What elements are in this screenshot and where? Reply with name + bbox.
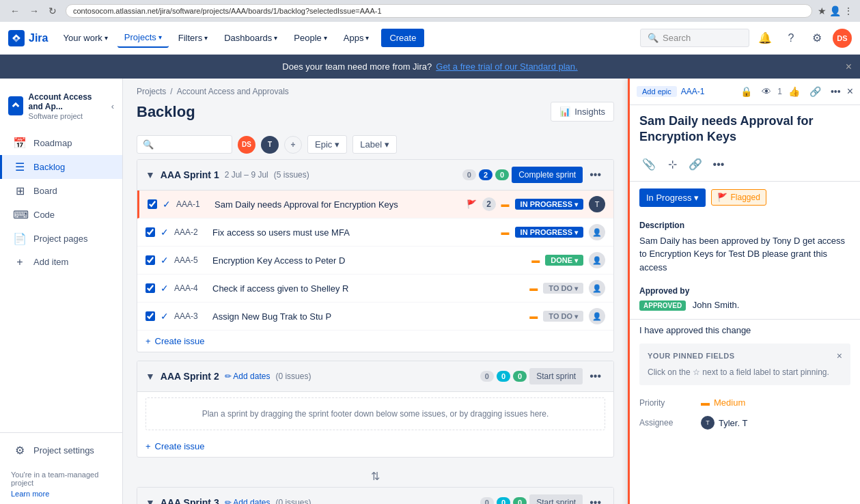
issue-checkbox-aaa-4[interactable] — [145, 283, 155, 293]
settings-button[interactable]: ⚙ — [807, 28, 827, 48]
breadcrumb-projects[interactable]: Projects — [137, 87, 166, 96]
panel-child-issue-button[interactable]: ⊹ — [663, 155, 682, 174]
refresh-button[interactable]: ↻ — [45, 4, 60, 18]
sprint-2-more-button[interactable]: ••• — [585, 369, 605, 384]
status-badge-aaa-2[interactable]: IN PROGRESS ▾ — [515, 227, 583, 238]
panel-status-button[interactable]: In Progress ▾ — [639, 188, 706, 207]
issue-row-aaa-5[interactable]: ✓ AAA-5 Encryption Key Access to Peter D… — [137, 247, 613, 275]
breadcrumb-project-name[interactable]: Account Access and Approvals — [177, 87, 289, 96]
label-filter-button[interactable]: Label ▾ — [352, 135, 397, 154]
nav-apps[interactable]: Apps ▾ — [337, 29, 376, 47]
issue-checkbox-aaa-2[interactable] — [145, 227, 155, 237]
issue-row-aaa-4[interactable]: ✓ AAA-4 Check if access given to Shelley… — [137, 275, 613, 303]
issue-search-input[interactable] — [158, 139, 226, 150]
url-bar[interactable]: contosocom.atlassian.net/jira/software/p… — [66, 4, 812, 18]
flagged-badge[interactable]: 🚩 Flagged — [711, 189, 766, 206]
nav-people[interactable]: People ▾ — [287, 29, 333, 47]
sprint-1-collapse[interactable]: ▼ — [145, 169, 155, 180]
drag-handle[interactable]: ⇅ — [123, 466, 628, 487]
sprint-2-title[interactable]: AAA Sprint 2 — [161, 371, 219, 382]
create-button[interactable]: Create — [381, 29, 424, 47]
panel-more-button[interactable]: ••• — [827, 84, 844, 99]
complete-sprint-button[interactable]: Complete sprint — [512, 167, 583, 183]
create-issue-sprint1[interactable]: + Create issue — [137, 331, 613, 352]
panel-share-button[interactable]: 🔗 — [806, 84, 824, 99]
start-sprint-3-button[interactable]: Start sprint — [529, 494, 583, 504]
issue-checkbox-aaa-5[interactable] — [145, 255, 155, 265]
issue-checkbox-aaa-3[interactable] — [145, 311, 155, 321]
sprint-2-empty-msg: Plan a sprint by dragging the sprint foo… — [145, 397, 605, 430]
panel-lock-button[interactable]: 🔒 — [737, 84, 755, 99]
nav-dashboards[interactable]: Dashboards ▾ — [217, 29, 284, 47]
panel-epic-tag[interactable]: Add epic — [637, 86, 677, 97]
description-text[interactable]: Sam Daily has been approved by Tony D ge… — [639, 234, 850, 275]
issue-checkbox-aaa-1[interactable] — [148, 199, 157, 209]
sidebar-collapse-button[interactable]: ‹ — [111, 101, 114, 111]
issue-search-box[interactable]: 🔍 — [137, 135, 232, 154]
filter-avatar-t[interactable]: T — [261, 136, 279, 154]
nav-right: 🔍 Search 🔔 ? ⚙ DS — [640, 28, 852, 48]
sidebar-item-board[interactable]: ⊞ Board — [0, 179, 122, 203]
issue-row-aaa-2[interactable]: ✓ AAA-2 Fix access so users must use MFA… — [137, 219, 613, 247]
learn-more-link[interactable]: Learn more — [0, 490, 122, 503]
priority-value[interactable]: ▬ Medium — [701, 397, 745, 408]
back-button[interactable]: ← — [7, 4, 23, 18]
panel-actions-more[interactable]: ••• — [709, 155, 728, 174]
panel-attach-button[interactable]: 📎 — [639, 155, 658, 174]
sidebar-item-code[interactable]: ⌨ Code — [0, 203, 122, 227]
sprint-2-add-dates[interactable]: ✏ Add dates — [225, 372, 271, 381]
assignee-value[interactable]: T Tyler. T — [701, 416, 747, 430]
issue-key-aaa-2: AAA-2 — [174, 227, 207, 237]
main-content: Projects / Account Access and Approvals … — [123, 79, 628, 504]
start-sprint-2-button[interactable]: Start sprint — [529, 368, 583, 384]
flag-icon-panel: 🚩 — [717, 193, 727, 202]
epic-filter-button[interactable]: Epic ▾ — [307, 135, 347, 154]
sprint-1-badge-2: 2 — [479, 169, 493, 180]
banner-link[interactable]: Get a free trial of our Standard plan. — [436, 61, 577, 72]
sidebar-item-project-settings[interactable]: ⚙ Project settings — [0, 438, 122, 462]
sprint-3-add-dates[interactable]: ✏ Add dates — [225, 498, 271, 504]
create-issue-sprint2[interactable]: + Create issue — [137, 436, 613, 457]
sprint-1-more-button[interactable]: ••• — [585, 167, 605, 182]
assignee-avatar-panel: T — [701, 416, 715, 430]
filter-avatar-more[interactable]: + — [284, 136, 302, 154]
nav-your-work[interactable]: Your work ▾ — [56, 29, 114, 47]
panel-description-section: Description Sam Daily has been approved … — [630, 214, 860, 281]
sprint-3-more-button[interactable]: ••• — [585, 495, 605, 504]
nav-filters[interactable]: Filters ▾ — [171, 29, 214, 47]
nav-projects[interactable]: Projects ▾ — [117, 28, 169, 48]
panel-close-button[interactable]: × — [847, 85, 853, 98]
status-badge-aaa-5[interactable]: DONE ▾ — [545, 255, 583, 266]
sprint-3-collapse[interactable]: ▼ — [145, 497, 155, 504]
help-button[interactable]: ? — [781, 28, 801, 48]
filter-avatar-ds[interactable]: DS — [238, 136, 255, 154]
issue-row-aaa-3[interactable]: ✓ AAA-3 Assign New Bug Trak to Stu P ▬ T… — [137, 303, 613, 331]
sidebar-item-project-pages[interactable]: 📄 Project pages — [0, 227, 122, 251]
sidebar-item-roadmap[interactable]: 📅 Roadmap — [0, 131, 122, 155]
status-badge-aaa-3[interactable]: TO DO ▾ — [543, 311, 583, 322]
status-badge-aaa-1[interactable]: IN PROGRESS ▾ — [515, 199, 583, 210]
status-badge-aaa-4[interactable]: TO DO ▾ — [543, 283, 583, 294]
sprint-1-badge-done: 0 — [495, 169, 509, 180]
forward-button[interactable]: → — [26, 4, 42, 18]
sidebar-item-backlog[interactable]: ☰ Backlog — [0, 155, 122, 179]
pinned-close-button[interactable]: × — [837, 350, 842, 361]
issue-row-aaa-1[interactable]: ✓ AAA-1 Sam Daily needs Approval for Enc… — [137, 191, 613, 219]
panel-like-button[interactable]: 👍 — [785, 84, 803, 99]
user-avatar[interactable]: DS — [833, 29, 852, 48]
notifications-button[interactable]: 🔔 — [755, 28, 775, 48]
issue-right-aaa-4: ▬ TO DO ▾ 👤 — [529, 280, 605, 296]
insights-button[interactable]: 📊 Insights — [551, 102, 614, 122]
sprint-1-title[interactable]: AAA Sprint 1 — [161, 169, 219, 180]
banner-close-button[interactable]: × — [846, 61, 852, 73]
sprint-2-collapse[interactable]: ▼ — [145, 371, 155, 382]
search-box[interactable]: 🔍 Search — [640, 29, 749, 47]
sidebar-item-add-item[interactable]: + Add item — [0, 251, 122, 274]
panel-priority-row: Priority ▬ Medium — [630, 393, 860, 412]
browser-nav-buttons[interactable]: ← → ↻ — [7, 4, 60, 18]
panel-link-button[interactable]: 🔗 — [686, 155, 705, 174]
priority-icon-aaa-3: ▬ — [529, 311, 538, 321]
sidebar-label-project-settings: Project settings — [33, 445, 94, 456]
panel-watch-button[interactable]: 👁 — [758, 84, 775, 99]
sprint-3-title[interactable]: AAA Sprint 3 — [161, 497, 219, 504]
